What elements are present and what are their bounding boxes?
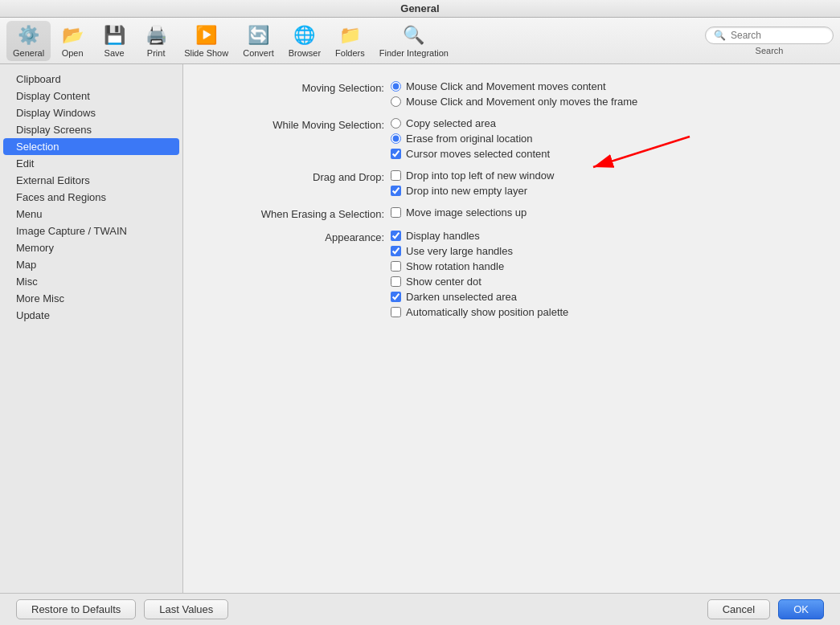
label-show-rotation-handle: Show rotation handle xyxy=(406,260,504,272)
option-row-very-large-handles: Use very large handles xyxy=(391,245,816,257)
sidebar-item-misc[interactable]: Misc xyxy=(3,273,179,290)
toolbar: ⚙️ General 📂 Open 💾 Save 🖨️ Print ▶️ Sli… xyxy=(0,18,840,64)
label-drag_drop: Drag and Drop: xyxy=(207,170,384,183)
input-very-large-handles[interactable] xyxy=(391,246,401,256)
ok-button[interactable]: OK xyxy=(778,599,824,619)
input-drop-new-layer[interactable] xyxy=(391,186,401,196)
label-mouse-click-moves-frame: Mouse Click and Movement only moves the … xyxy=(406,96,637,108)
sidebar-item-update[interactable]: Update xyxy=(3,307,179,324)
browser-label: Browser xyxy=(289,48,321,58)
label-very-large-handles: Use very large handles xyxy=(406,245,513,257)
finder-label: Finder Integration xyxy=(379,48,449,58)
sidebar-item-clipboard[interactable]: Clipboard xyxy=(3,71,179,88)
label-auto-show-position: Automatically show position palette xyxy=(406,306,568,318)
convert-icon: 🔄 xyxy=(245,24,271,47)
input-show-rotation-handle[interactable] xyxy=(391,261,401,272)
label-erase-original: Erase from original location xyxy=(406,133,533,145)
save-icon: 💾 xyxy=(101,24,127,47)
option-row-display-handles: Display handles xyxy=(391,230,816,242)
title-bar: General xyxy=(0,0,840,18)
print-label: Print xyxy=(147,48,166,58)
search-input[interactable] xyxy=(731,30,825,41)
finder-icon: 🔍 xyxy=(401,24,427,47)
general-label: General xyxy=(13,48,44,58)
main-content: ClipboardDisplay ContentDisplay WindowsD… xyxy=(0,64,840,593)
toolbar-item-slideshow[interactable]: ▶️ Slide Show xyxy=(178,21,235,61)
search-box[interactable]: 🔍 xyxy=(705,27,834,44)
search-wrapper: 🔍 Search xyxy=(705,27,834,55)
input-darken-unselected[interactable] xyxy=(391,292,401,302)
label-move-image-selections: Move image selections up xyxy=(406,206,527,219)
sidebar-item-more-misc[interactable]: More Misc xyxy=(3,290,179,307)
settings-section: Moving Selection:Mouse Click and Movemen… xyxy=(207,80,816,318)
sidebar-item-edit[interactable]: Edit xyxy=(3,155,179,172)
option-row-drop-new-layer: Drop into new empty layer xyxy=(391,185,816,197)
sidebar-item-image-capture[interactable]: Image Capture / TWAIN xyxy=(3,223,179,239)
sidebar-item-display-content[interactable]: Display Content xyxy=(3,88,179,104)
label-display-handles: Display handles xyxy=(406,230,480,242)
general-icon: ⚙️ xyxy=(16,24,42,47)
sidebar-item-menu[interactable]: Menu xyxy=(3,206,179,223)
label-cursor-moves-content: Cursor moves selected content xyxy=(406,148,550,160)
toolbar-item-browser[interactable]: 🌐 Browser xyxy=(282,21,327,61)
input-erase-original[interactable] xyxy=(391,133,401,144)
input-auto-show-position[interactable] xyxy=(391,307,401,317)
label-while_moving: While Moving Selection: xyxy=(207,117,384,131)
input-drop-top-left[interactable] xyxy=(391,170,401,181)
sidebar-item-external-editors[interactable]: External Editors xyxy=(3,172,179,189)
toolbar-item-finder[interactable]: 🔍 Finder Integration xyxy=(373,21,455,61)
option-row-copy-selected-area: Copy selected area xyxy=(391,117,816,129)
label-show-center-dot: Show center dot xyxy=(406,276,481,288)
input-show-center-dot[interactable] xyxy=(391,276,401,287)
option-row-show-rotation-handle: Show rotation handle xyxy=(391,260,816,272)
input-copy-selected-area[interactable] xyxy=(391,118,401,129)
option-row-erase-original: Erase from original location xyxy=(391,133,816,145)
toolbar-item-print[interactable]: 🖨️ Print xyxy=(136,21,176,61)
toolbar-item-convert[interactable]: 🔄 Convert xyxy=(236,21,281,61)
options-drag_drop: Drop into top left of new windowDrop int… xyxy=(391,170,816,197)
option-row-mouse-click-moves-frame: Mouse Click and Movement only moves the … xyxy=(391,96,816,108)
toolbar-item-open[interactable]: 📂 Open xyxy=(52,21,92,61)
label-moving_selection: Moving Selection: xyxy=(207,80,384,94)
option-row-darken-unselected: Darken unselected area xyxy=(391,291,816,303)
input-mouse-click-moves-content[interactable] xyxy=(391,81,401,92)
option-row-drop-top-left: Drop into top left of new window xyxy=(391,170,816,182)
option-row-cursor-moves-content: Cursor moves selected content xyxy=(391,148,816,160)
input-move-image-selections[interactable] xyxy=(391,207,401,218)
sidebar-item-map[interactable]: Map xyxy=(3,256,179,273)
bottom-bar: Restore to Defaults Last Values Cancel O… xyxy=(0,593,840,625)
input-display-handles[interactable] xyxy=(391,231,401,241)
bottom-right: Cancel OK xyxy=(707,599,824,619)
search-label: Search xyxy=(756,46,784,55)
toolbar-item-folders[interactable]: 📁 Folders xyxy=(329,21,371,61)
save-label: Save xyxy=(104,48,125,58)
input-mouse-click-moves-frame[interactable] xyxy=(391,96,401,107)
input-cursor-moves-content[interactable] xyxy=(391,149,401,159)
print-icon: 🖨️ xyxy=(143,24,169,47)
option-row-auto-show-position: Automatically show position palette xyxy=(391,306,816,318)
folders-icon: 📁 xyxy=(337,24,363,47)
options-while_moving: Copy selected areaErase from original lo… xyxy=(391,117,816,160)
sidebar-item-display-windows[interactable]: Display Windows xyxy=(3,104,179,121)
sidebar: ClipboardDisplay ContentDisplay WindowsD… xyxy=(0,64,183,593)
folders-label: Folders xyxy=(335,48,365,58)
slideshow-icon: ▶️ xyxy=(194,24,219,47)
option-row-show-center-dot: Show center dot xyxy=(391,276,816,288)
restore-defaults-button[interactable]: Restore to Defaults xyxy=(16,599,136,619)
right-panel: Moving Selection:Mouse Click and Movemen… xyxy=(183,64,840,593)
cancel-button[interactable]: Cancel xyxy=(707,599,770,619)
open-icon: 📂 xyxy=(59,24,85,47)
label-when_erasing: When Erasing a Selection: xyxy=(207,206,384,220)
label-appearance: Appearance: xyxy=(207,230,384,243)
window-title: General xyxy=(400,2,439,14)
sidebar-item-selection[interactable]: Selection xyxy=(3,138,179,155)
options-moving_selection: Mouse Click and Movement moves contentMo… xyxy=(391,80,816,108)
sidebar-item-memory[interactable]: Memory xyxy=(3,239,179,256)
sidebar-item-faces-regions[interactable]: Faces and Regions xyxy=(3,189,179,206)
last-values-button[interactable]: Last Values xyxy=(144,599,228,619)
toolbar-item-general[interactable]: ⚙️ General xyxy=(6,21,51,61)
options-appearance: Display handlesUse very large handlesSho… xyxy=(391,230,816,318)
browser-icon: 🌐 xyxy=(292,24,318,47)
toolbar-item-save[interactable]: 💾 Save xyxy=(94,21,134,61)
sidebar-item-display-screens[interactable]: Display Screens xyxy=(3,121,179,138)
